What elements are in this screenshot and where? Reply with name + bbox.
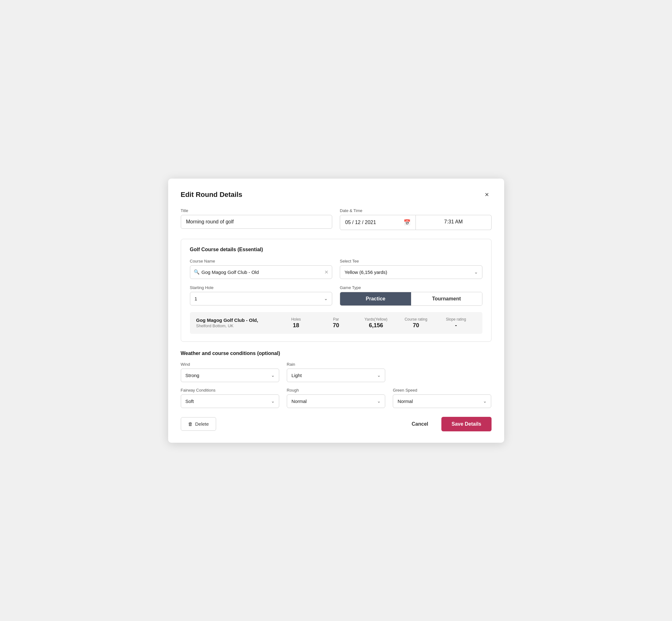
green-speed-dropdown[interactable]: Normal	[393, 395, 491, 408]
calendar-icon: 📅	[404, 219, 411, 226]
slope-rating-value: -	[436, 322, 476, 329]
delete-button[interactable]: 🗑 Delete	[181, 417, 216, 431]
modal-header: Edit Round Details ×	[181, 190, 492, 199]
course-tee-row: Course Name 🔍 ✕ Select Tee Yellow (6,156…	[190, 259, 482, 279]
course-location: Shelford Bottom, UK	[196, 323, 276, 328]
game-type-toggle: Practice Tournament	[340, 292, 482, 306]
yards-stat: Yards(Yellow) 6,156	[356, 317, 396, 329]
course-rating-stat: Course rating 70	[396, 317, 436, 329]
select-tee-dropdown[interactable]: Yellow (6,156 yards)	[340, 265, 482, 279]
rain-dropdown[interactable]: Light	[287, 369, 385, 382]
modal-title: Edit Round Details	[181, 191, 243, 199]
par-stat: Par 70	[316, 317, 356, 329]
wind-group: Wind Strong ⌄	[181, 362, 279, 382]
select-tee-wrap: Yellow (6,156 yards) ⌄	[340, 265, 482, 279]
save-button[interactable]: Save Details	[442, 417, 491, 431]
course-info-name: Gog Magog Golf Club - Old, Shelford Bott…	[196, 318, 276, 328]
rain-label: Rain	[287, 362, 385, 367]
game-type-group: Game Type Practice Tournament	[340, 285, 482, 306]
course-name-search-wrap: 🔍 ✕	[190, 265, 333, 279]
select-tee-label: Select Tee	[340, 259, 482, 263]
footer-row: 🗑 Delete Cancel Save Details	[181, 417, 492, 431]
time-input[interactable]: 7:31 AM	[416, 215, 492, 230]
course-rating-label: Course rating	[396, 317, 436, 322]
par-label: Par	[316, 317, 356, 322]
hole-gametype-row: Starting Hole 1 ⌄ Game Type Practice Tou…	[190, 285, 482, 306]
rough-label: Rough	[287, 388, 385, 392]
tournament-button[interactable]: Tournament	[411, 292, 482, 305]
cancel-button[interactable]: Cancel	[406, 417, 434, 431]
course-name-display: Gog Magog Golf Club - Old,	[196, 318, 276, 323]
slope-rating-stat: Slope rating -	[436, 317, 476, 329]
fairway-group: Fairway Conditions Soft ⌄	[181, 388, 279, 408]
starting-hole-group: Starting Hole 1 ⌄	[190, 285, 333, 306]
game-type-label: Game Type	[340, 285, 482, 290]
green-speed-wrap: Normal ⌄	[393, 395, 491, 408]
date-input[interactable]: 05 / 12 / 2021 📅	[340, 215, 416, 230]
course-name-label: Course Name	[190, 259, 333, 263]
date-value: 05 / 12 / 2021	[345, 220, 376, 225]
weather-section: Weather and course conditions (optional)…	[181, 350, 492, 408]
clear-icon[interactable]: ✕	[324, 269, 328, 275]
yards-label: Yards(Yellow)	[356, 317, 396, 322]
rain-group: Rain Light ⌄	[287, 362, 385, 382]
fairway-wrap: Soft ⌄	[181, 395, 279, 408]
select-tee-group: Select Tee Yellow (6,156 yards) ⌄	[340, 259, 482, 279]
starting-hole-label: Starting Hole	[190, 285, 333, 290]
course-name-group: Course Name 🔍 ✕	[190, 259, 333, 279]
conditions-row: Fairway Conditions Soft ⌄ Rough Normal ⌄	[181, 388, 492, 408]
green-speed-group: Green Speed Normal ⌄	[393, 388, 491, 408]
title-field-group: Title	[181, 208, 333, 230]
course-name-input[interactable]	[190, 265, 333, 279]
delete-label: Delete	[195, 421, 209, 427]
yards-value: 6,156	[356, 322, 396, 329]
close-button[interactable]: ×	[482, 190, 492, 199]
edit-round-modal: Edit Round Details × Title Date & Time 0…	[168, 178, 504, 443]
datetime-field-group: Date & Time 05 / 12 / 2021 📅 7:31 AM	[340, 208, 492, 230]
rough-group: Rough Normal ⌄	[287, 388, 385, 408]
holes-stat: Holes 18	[276, 317, 316, 329]
trash-icon: 🗑	[188, 421, 193, 427]
fairway-dropdown[interactable]: Soft	[181, 395, 279, 408]
footer-right: Cancel Save Details	[406, 417, 492, 431]
par-value: 70	[316, 322, 356, 329]
rough-dropdown[interactable]: Normal	[287, 395, 385, 408]
slope-rating-label: Slope rating	[436, 317, 476, 322]
rain-wrap: Light ⌄	[287, 369, 385, 382]
wind-dropdown[interactable]: Strong	[181, 369, 279, 382]
fairway-label: Fairway Conditions	[181, 388, 279, 392]
wind-rain-row: Wind Strong ⌄ Rain Light ⌄	[181, 362, 492, 382]
holes-value: 18	[276, 322, 316, 329]
weather-title: Weather and course conditions (optional)	[181, 350, 492, 356]
green-speed-label: Green Speed	[393, 388, 491, 392]
starting-hole-wrap: 1 ⌄	[190, 292, 333, 305]
holes-label: Holes	[276, 317, 316, 322]
wind-wrap: Strong ⌄	[181, 369, 279, 382]
practice-button[interactable]: Practice	[340, 292, 411, 305]
datetime-inputs: 05 / 12 / 2021 📅 7:31 AM	[340, 215, 492, 230]
course-rating-value: 70	[396, 322, 436, 329]
top-row: Title Date & Time 05 / 12 / 2021 📅 7:31 …	[181, 208, 492, 230]
course-info-box: Gog Magog Golf Club - Old, Shelford Bott…	[190, 312, 482, 334]
golf-course-section: Golf Course details (Essential) Course N…	[181, 239, 492, 342]
golf-course-title: Golf Course details (Essential)	[190, 247, 482, 252]
rough-wrap: Normal ⌄	[287, 395, 385, 408]
title-label: Title	[181, 208, 333, 213]
search-icon: 🔍	[194, 269, 200, 275]
time-value: 7:31 AM	[444, 219, 463, 224]
wind-label: Wind	[181, 362, 279, 367]
datetime-label: Date & Time	[340, 208, 492, 213]
title-input[interactable]	[181, 215, 333, 229]
starting-hole-dropdown[interactable]: 1	[190, 292, 333, 305]
